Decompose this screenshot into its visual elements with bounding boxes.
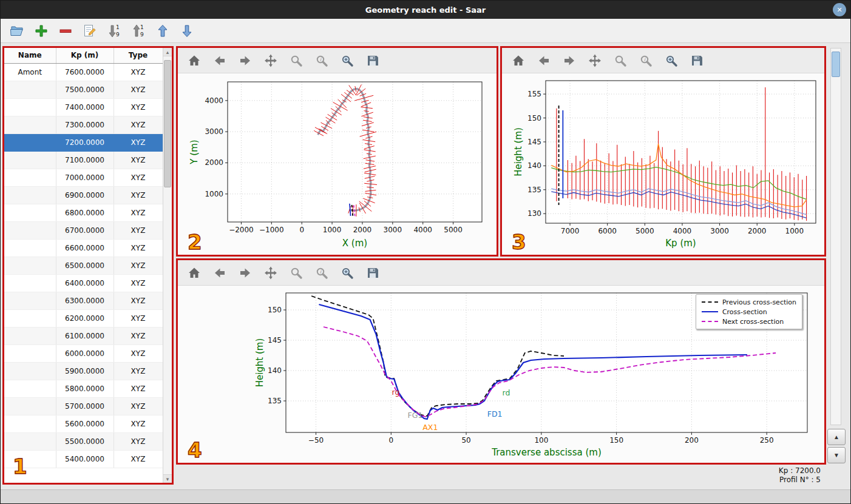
sort-ascending-button[interactable]: 19 — [129, 22, 147, 40]
forward-button[interactable] — [560, 52, 578, 70]
table-row[interactable]: 6200.0000XYZ — [4, 309, 163, 327]
table-row[interactable]: 5600.0000XYZ — [4, 415, 163, 432]
table-row[interactable]: 6700.0000XYZ — [4, 221, 163, 239]
table-row[interactable]: 7400.0000XYZ — [4, 98, 163, 116]
zoom-info-button[interactable]: i — [637, 52, 655, 70]
plan-plot-canvas[interactable]: −2000−1000010002000300040005000100020003… — [178, 73, 497, 255]
home-button[interactable] — [185, 52, 203, 70]
zoom-button[interactable] — [611, 52, 629, 70]
window-title: Geometry reach edit - Saar — [365, 5, 486, 15]
back-button[interactable] — [535, 52, 553, 70]
table-row[interactable]: 5500.0000XYZ — [4, 432, 163, 450]
table-row[interactable]: 6900.0000XYZ — [4, 186, 163, 204]
zoom-info-button[interactable]: i — [313, 264, 331, 282]
back-button[interactable] — [211, 52, 229, 70]
move-down-button[interactable] — [178, 22, 196, 40]
zoom-info-icon: i — [639, 53, 653, 68]
pan-icon — [263, 53, 278, 68]
sort-ascending-icon: 19 — [131, 24, 146, 38]
home-button[interactable] — [185, 264, 203, 282]
zoom-rect-button[interactable] — [338, 264, 356, 282]
save-button[interactable] — [364, 264, 382, 282]
edit-button[interactable] — [81, 22, 99, 40]
save-icon — [365, 53, 380, 68]
app-window: Geometry reach edit - Saar ✕ 1919 Name K… — [0, 0, 851, 504]
forward-button[interactable] — [236, 52, 254, 70]
titlebar: Geometry reach edit - Saar ✕ — [1, 1, 850, 19]
svg-text:4000: 4000 — [413, 226, 432, 234]
pan-button[interactable] — [262, 52, 280, 70]
svg-text:0: 0 — [299, 226, 304, 234]
next-profile-button[interactable]: ▼ — [827, 447, 846, 463]
table-row[interactable]: 6600.0000XYZ — [4, 239, 163, 257]
svg-text:135: 135 — [527, 186, 541, 194]
scroll-up-icon[interactable]: ▴ — [163, 48, 172, 56]
sort-descending-icon: 19 — [107, 24, 121, 38]
cross-sections-table: Name Kp (m) Type Amont7600.0000XYZ7500.0… — [4, 48, 163, 468]
scroll-down-icon[interactable]: ▾ — [163, 474, 172, 483]
table-row[interactable]: 6000.0000XYZ — [4, 344, 163, 362]
svg-text:1000: 1000 — [205, 190, 223, 198]
svg-text:100: 100 — [534, 436, 548, 445]
table-row[interactable]: 5800.0000XYZ — [4, 380, 163, 397]
table-scrollbar[interactable]: ▴ ▾ — [163, 48, 172, 483]
table-row[interactable]: 7100.0000XYZ — [4, 151, 163, 169]
table-row[interactable]: 7200.0000XYZ — [4, 133, 163, 151]
cross-section-panel: i −50050100150200250135140145150Transver… — [176, 258, 826, 465]
pan-button[interactable] — [262, 264, 280, 282]
open-icon — [10, 24, 24, 38]
svg-text:X (m): X (m) — [342, 238, 367, 249]
col-header-type[interactable]: Type — [114, 48, 163, 63]
table-row[interactable]: 7000.0000XYZ — [4, 169, 163, 186]
forward-icon — [238, 53, 253, 68]
window-scrollbar-thumb[interactable] — [832, 52, 840, 77]
move-up-icon — [155, 24, 170, 38]
table-row[interactable]: 5400.0000XYZ — [4, 450, 163, 468]
previous-profile-button[interactable]: ▲ — [827, 429, 846, 445]
profile-plot-canvas[interactable]: 7000600050004000300020001000130135140145… — [502, 73, 824, 255]
home-button[interactable] — [509, 52, 527, 70]
save-button[interactable] — [688, 52, 706, 70]
remove-button[interactable] — [56, 22, 75, 40]
add-button[interactable] — [32, 22, 50, 40]
table-row[interactable]: 6500.0000XYZ — [4, 257, 163, 274]
annotation-rd: rd — [502, 388, 510, 397]
svg-text:155: 155 — [527, 90, 541, 98]
table-row[interactable]: 6400.0000XYZ — [4, 274, 163, 292]
zoom-rect-button[interactable] — [338, 52, 356, 70]
svg-text:6000: 6000 — [598, 227, 617, 235]
close-icon: ✕ — [836, 6, 842, 14]
open-button[interactable] — [8, 22, 26, 40]
col-header-name[interactable]: Name — [4, 48, 56, 63]
table-row[interactable]: Amont7600.0000XYZ — [4, 63, 163, 81]
zoom-rect-button[interactable] — [662, 52, 680, 70]
table-row[interactable]: 7300.0000XYZ — [4, 116, 163, 133]
forward-button[interactable] — [236, 264, 254, 282]
annotation-ax1: AX1 — [422, 423, 438, 432]
table-row[interactable]: 5700.0000XYZ — [4, 397, 163, 415]
window-scrollbar[interactable] — [830, 48, 841, 425]
table-header-row: Name Kp (m) Type — [4, 48, 163, 63]
table-scrollbar-thumb[interactable] — [164, 60, 171, 187]
table-row[interactable]: 6800.0000XYZ — [4, 204, 163, 221]
back-button[interactable] — [211, 264, 229, 282]
move-up-button[interactable] — [154, 22, 172, 40]
svg-text:150: 150 — [268, 306, 282, 314]
table-row[interactable]: 5900.0000XYZ — [4, 362, 163, 380]
save-button[interactable] — [364, 52, 382, 70]
zoom-button[interactable] — [287, 52, 305, 70]
zoom-button[interactable] — [287, 264, 305, 282]
pan-button[interactable] — [586, 52, 604, 70]
svg-text:9: 9 — [140, 32, 144, 38]
sort-descending-button[interactable]: 19 — [105, 22, 123, 40]
save-icon — [690, 53, 704, 68]
forward-icon — [562, 53, 577, 68]
table-row[interactable]: 7500.0000XYZ — [4, 81, 163, 98]
svg-text:250: 250 — [760, 436, 774, 445]
close-button[interactable]: ✕ — [833, 3, 846, 16]
col-header-kp[interactable]: Kp (m) — [56, 48, 114, 63]
table-row[interactable]: 6300.0000XYZ — [4, 292, 163, 309]
zoom-info-button[interactable]: i — [313, 52, 331, 70]
table-row[interactable]: 6100.0000XYZ — [4, 327, 163, 344]
svg-text:140: 140 — [268, 366, 282, 375]
